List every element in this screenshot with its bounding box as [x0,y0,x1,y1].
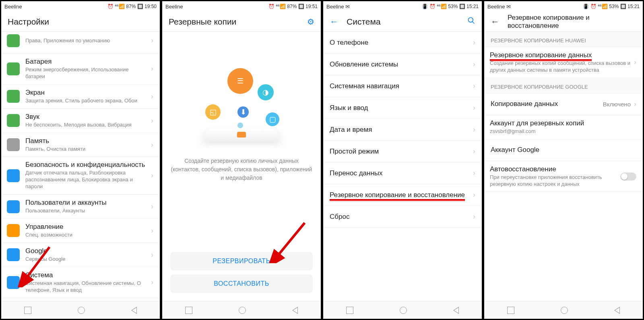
nav-home-button[interactable] [78,307,85,314]
nav-back-button[interactable] [292,307,298,314]
nav-recent-button[interactable] [346,307,353,314]
header: ← Резервное копирование и восстановление [484,12,643,32]
item-subtitle: При переустановке приложения восстановит… [490,174,620,188]
system-item[interactable]: Сброс› [323,206,482,228]
status-right: ⏰ ⁴⁶📶 87% 🔲 19:51 [268,4,318,9]
section-google: РЕЗЕРВНОЕ КОПИРОВАНИЕ GOOGLE [484,78,643,94]
item-subtitle: Не беспокоить, Мелодия вызова, Вибрация [25,122,148,129]
chevron-right-icon: › [151,116,153,125]
settings-item[interactable]: ЗвукНе беспокоить, Мелодия вызова, Вибра… [1,109,160,133]
chevron-right-icon: › [151,36,153,45]
system-item[interactable]: Обновление системы› [323,54,482,75]
item-label: Аккаунт для резервных копий [490,119,636,127]
section-huawei: РЕЗЕРВНОЕ КОПИРОВАНИЕ HUAWEI [484,32,643,47]
settings-item[interactable]: ЭкранЗащита зрения, Стиль рабочего экран… [1,85,160,109]
nav-recent-button[interactable] [185,307,192,314]
chevron-right-icon: › [151,171,153,180]
carrier: Beeline ✉ [487,4,511,10]
screen-system: Beeline ✉ 📳 ⏰ ⁴⁶📶 53% 🔲 15:21 ← Система … [322,0,483,320]
item-subtitle: Права, Приложения по умолчанию [25,37,148,44]
search-icon[interactable] [467,17,475,27]
system-item[interactable]: О телефоне› [323,32,482,54]
autorestore-toggle[interactable] [620,172,636,181]
settings-item[interactable]: Пользователи и аккаунтыПользователи, Акк… [1,195,160,219]
nav-bar [1,301,160,319]
system-item[interactable]: Простой режим› [323,141,482,162]
nav-home-button[interactable] [400,307,407,314]
item-label: Безопасность и конфиденциальность [25,161,148,169]
settings-item[interactable]: УправлениеСпец. возможности› [1,219,160,243]
carrier: Beeline ✉ [326,4,350,10]
nav-recent-button[interactable] [507,307,514,314]
item-subtitle: Память, Очистка памяти [25,146,148,153]
chevron-right-icon: › [151,278,153,287]
item-label: Аккаунт Google [491,146,636,154]
item-icon [7,200,20,213]
back-arrow-icon[interactable]: ← [330,17,339,27]
system-item[interactable]: Перенос данных› [323,162,482,184]
item-copy-data[interactable]: Копирование данных Включено › [484,94,643,115]
chevron-right-icon: › [473,147,475,156]
nav-back-button[interactable] [453,307,459,314]
item-label: Резервное копирование данных [490,51,592,60]
item-label: Копирование данных [491,100,600,108]
settings-list: Права, Приложения по умолчанию›БатареяРе… [1,32,160,301]
header: Настройки [1,12,160,32]
chevron-right-icon: › [151,251,153,259]
header: Резервные копии ⚙ [162,12,321,32]
system-item[interactable]: Системная навигация› [323,75,482,97]
item-label: Обновление системы [330,60,470,69]
page-title: Настройки [8,17,49,27]
settings-item[interactable]: ПамятьПамять, Очистка памяти› [1,133,160,157]
item-label: Простой режим [330,148,470,156]
nav-home-button[interactable] [561,307,568,314]
item-label: Экран [25,89,148,97]
item-subtitle: Режим энергосбережения, Использование ба… [25,66,148,80]
item-autorestore[interactable]: Автовосстановление При переустановке при… [484,161,643,192]
gear-icon[interactable]: ⚙ [307,17,314,27]
nav-back-button[interactable] [614,307,620,314]
backup-content: ☰ ◑ ⬇ ◱ ▢ Создайте резервную копию личны… [162,32,321,301]
item-subtitle: zsvsbrf@gmail.com [490,128,636,135]
item-label: Google [25,247,148,255]
storage-icon: ☰ [227,68,253,94]
settings-item[interactable]: Права, Приложения по умолчанию› [1,32,160,54]
screen-backup-restore: Beeline ✉ 📳 ⏰ ⁴⁶📶 53% 🔲 15:21 ← Резервно… [483,0,644,320]
item-backup-account[interactable]: Аккаунт для резервных копий zsvsbrf@gmai… [484,115,643,139]
chevron-right-icon: › [473,82,475,90]
chevron-right-icon: › [634,100,636,108]
nav-home-button[interactable] [239,307,246,314]
system-item[interactable]: Дата и время› [323,119,482,141]
backup-restore-list: РЕЗЕРВНОЕ КОПИРОВАНИЕ HUAWEI Резервное к… [484,32,643,301]
restore-button[interactable]: ВОССТАНОВИТЬ [170,274,313,293]
item-backup-data[interactable]: Резервное копирование данных Создание ре… [484,47,643,78]
item-label: Память [25,137,148,145]
item-subtitle: Датчик отпечатка пальца, Разблокировка р… [25,170,148,190]
settings-item[interactable]: GoogleСервисы Google› [1,243,160,267]
item-value: Включено [603,101,631,108]
chevron-right-icon: › [473,191,475,199]
backup-button[interactable]: РЕЗЕРВИРОВАТЬ [170,252,313,270]
item-label: Автовосстановление [490,165,620,173]
dot-icon [237,123,243,128]
settings-item[interactable]: БатареяРежим энергосбережения, Использов… [1,54,160,85]
nav-recent-button[interactable] [24,307,31,314]
status-bar: Beeline ✉ 📳 ⏰ ⁴⁶📶 53% 🔲 15:21 [484,1,643,12]
settings-item[interactable]: Безопасность и конфиденциальностьДатчик … [1,157,160,195]
item-google-account[interactable]: Аккаунт Google [484,139,643,161]
nav-back-button[interactable] [131,307,137,314]
item-icon [7,34,20,47]
item-icon [7,62,20,75]
settings-item[interactable]: СистемаСистемная навигация, Обновление с… [1,267,160,298]
chevron-right-icon: › [151,141,153,149]
cloud-icon: ◑ [258,84,274,100]
system-item[interactable]: Язык и ввод› [323,97,482,119]
system-item[interactable]: Резервное копирование и восстановление› [323,184,482,206]
chevron-right-icon: › [634,58,636,66]
item-label: Сброс [330,213,470,221]
back-arrow-icon[interactable]: ← [491,17,500,27]
chevron-right-icon: › [473,104,475,112]
carrier: Beeline [4,4,22,10]
nav-bar [162,301,321,319]
item-subtitle: Системная навигация, Обновление системы,… [25,280,148,294]
